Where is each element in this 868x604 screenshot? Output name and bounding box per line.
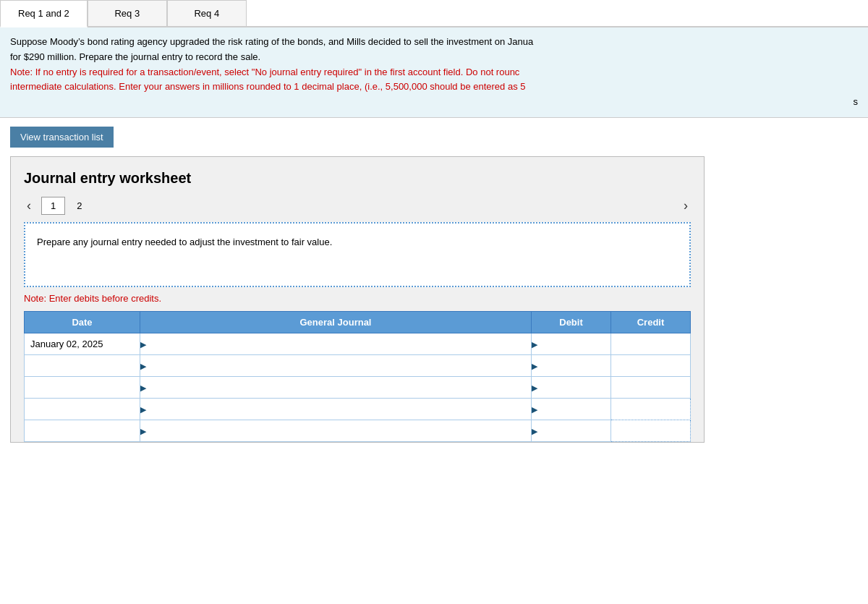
arrow-icon-2: ▶ xyxy=(140,362,146,371)
row5-journal-input[interactable] xyxy=(150,420,528,441)
row3-debit-cell: ▶ xyxy=(532,376,611,398)
journal-table: Date General Journal Debit Credit Januar… xyxy=(24,311,691,442)
row4-debit-cell: ▶ xyxy=(532,398,611,420)
arrow-icon-debit-3: ▶ xyxy=(532,383,537,393)
prev-page-button[interactable]: ‹ xyxy=(24,198,34,213)
table-row: ▶ ▶ xyxy=(25,376,691,398)
th-general-journal: General Journal xyxy=(140,311,532,333)
arrow-icon-5: ▶ xyxy=(140,427,146,436)
arrow-icon-4: ▶ xyxy=(140,405,146,414)
row5-credit-input[interactable] xyxy=(611,420,690,441)
th-date: Date xyxy=(25,311,140,333)
tab-req-1-2[interactable]: Req 1 and 2 xyxy=(0,0,88,27)
row2-credit-input[interactable] xyxy=(611,355,690,376)
current-page-box: 1 xyxy=(41,197,65,215)
arrow-icon-debit-4: ▶ xyxy=(532,405,537,414)
arrow-icon-debit-5: ▶ xyxy=(532,427,537,436)
view-transaction-list-button[interactable]: View transaction list xyxy=(10,127,114,148)
row1-credit-input[interactable] xyxy=(611,333,690,354)
row3-debit-input[interactable] xyxy=(542,377,608,398)
row3-date xyxy=(25,376,140,398)
tab-req-4[interactable]: Req 4 xyxy=(167,0,247,26)
row1-date: January 02, 2025 xyxy=(25,333,140,354)
row2-debit-cell: ▶ xyxy=(532,354,611,376)
row5-date xyxy=(25,420,140,441)
note-text: Note: Enter debits before credits. xyxy=(24,293,691,304)
table-row: ▶ ▶ xyxy=(25,354,691,376)
row2-credit-cell xyxy=(611,354,691,376)
row1-journal-input[interactable] xyxy=(150,333,528,354)
row2-date xyxy=(25,354,140,376)
row4-journal-input[interactable] xyxy=(150,399,528,420)
row4-journal-cell: ▶ xyxy=(140,398,532,420)
instruction-text: Prepare any journal entry needed to adju… xyxy=(37,237,332,247)
tab-bar: Req 1 and 2 Req 3 Req 4 xyxy=(0,0,868,27)
row4-debit-input[interactable] xyxy=(542,399,608,420)
info-black-line1: Suppose Moody’s bond rating agency upgra… xyxy=(10,36,533,47)
row4-credit-input[interactable] xyxy=(611,399,690,420)
row2-journal-cell: ▶ xyxy=(140,354,532,376)
row3-journal-cell: ▶ xyxy=(140,376,532,398)
info-red-line2: intermediate calculations. Enter your an… xyxy=(10,81,526,92)
worksheet-container: Journal entry worksheet ‹ 1 2 › Prepare … xyxy=(10,156,705,443)
row1-credit-cell xyxy=(611,333,691,354)
row4-credit-cell xyxy=(611,398,691,420)
page-section: View transaction list Journal entry work… xyxy=(0,118,868,443)
table-row: ▶ ▶ xyxy=(25,420,691,441)
row3-journal-input[interactable] xyxy=(150,377,528,398)
table-row: January 02, 2025 ▶ ▶ xyxy=(25,333,691,354)
info-black-line2: for $290 million. Prepare the journal en… xyxy=(10,51,260,62)
instruction-box: Prepare any journal entry needed to adju… xyxy=(24,222,691,287)
row3-credit-input[interactable] xyxy=(611,377,690,398)
page2-label: 2 xyxy=(72,197,86,214)
row4-date xyxy=(25,398,140,420)
row2-debit-input[interactable] xyxy=(542,355,608,376)
row3-credit-cell xyxy=(611,376,691,398)
th-credit: Credit xyxy=(611,311,691,333)
nav-row: ‹ 1 2 › xyxy=(24,197,691,215)
next-page-button[interactable]: › xyxy=(681,198,691,213)
row1-debit-input[interactable] xyxy=(542,333,608,354)
row1-journal-cell: ▶ xyxy=(140,333,532,354)
worksheet-title: Journal entry worksheet xyxy=(24,170,691,187)
arrow-icon-3: ▶ xyxy=(140,383,146,393)
th-debit: Debit xyxy=(532,311,611,333)
row5-journal-cell: ▶ xyxy=(140,420,532,441)
arrow-icon-debit-1: ▶ xyxy=(532,340,537,349)
row1-debit-cell: ▶ xyxy=(532,333,611,354)
arrow-icon-debit-2: ▶ xyxy=(532,362,537,371)
table-row: ▶ ▶ xyxy=(25,398,691,420)
tab-req-3[interactable]: Req 3 xyxy=(88,0,167,26)
info-red-line1: Note: If no entry is required for a tran… xyxy=(10,67,519,77)
row5-credit-cell xyxy=(611,420,691,441)
row5-debit-cell: ▶ xyxy=(532,420,611,441)
row5-debit-input[interactable] xyxy=(542,420,608,441)
info-overflow: s xyxy=(10,95,858,110)
arrow-icon-1: ▶ xyxy=(140,340,146,349)
row2-journal-input[interactable] xyxy=(150,355,528,376)
info-box: Suppose Moody’s bond rating agency upgra… xyxy=(0,27,868,118)
